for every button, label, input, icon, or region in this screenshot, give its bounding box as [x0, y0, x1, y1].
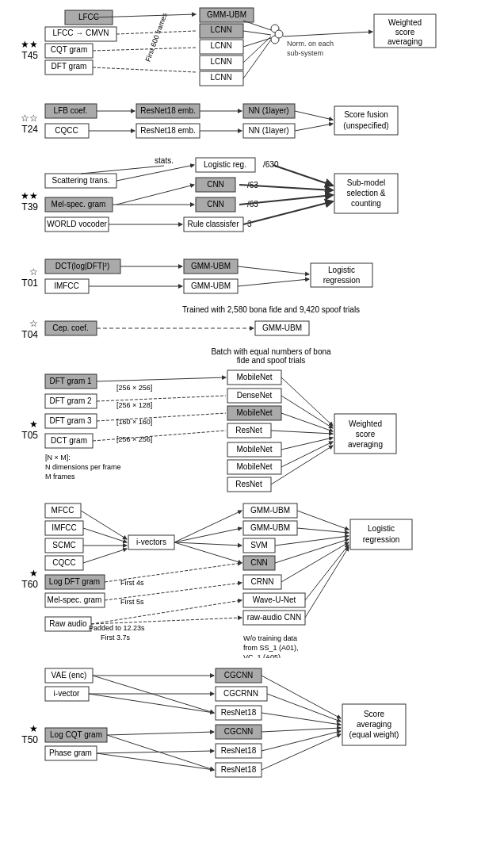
svg-line-148	[281, 377, 333, 426]
svg-line-212	[305, 545, 349, 600]
flow-T60: MFCC IMFCC SCMC CQCC Log DFT gram Mel-sp…	[41, 500, 501, 658]
star-label-T05: ★ T05	[3, 419, 41, 441]
svg-line-149	[281, 396, 333, 428]
star-label-T39: ★★ T39	[3, 190, 41, 212]
svg-line-33	[243, 31, 271, 35]
svg-text:averaging: averaging	[348, 440, 383, 449]
svg-text:[256 × 128]: [256 × 128]	[116, 401, 152, 409]
svg-line-242	[107, 732, 214, 735]
svg-text:ResNet: ResNet	[235, 426, 262, 435]
star-label-T50: ★ T50	[3, 723, 41, 745]
svg-text:i-vector: i-vector	[54, 689, 80, 698]
svg-text:Wave-U-Net: Wave-U-Net	[253, 595, 296, 604]
svg-text:averaging: averaging	[357, 720, 391, 729]
svg-text:ResNet18: ResNet18	[221, 708, 257, 717]
svg-line-213	[305, 547, 349, 618]
svg-text:VAE (enc): VAE (enc)	[52, 671, 87, 680]
svg-text:SVM: SVM	[250, 541, 268, 549]
svg-text:CQCC: CQCC	[55, 126, 78, 135]
svg-text:LFB coef.: LFB coef.	[54, 106, 88, 115]
svg-text:sub-system: sub-system	[287, 49, 323, 57]
svg-text:DFT gram 1: DFT gram 1	[49, 377, 92, 385]
svg-text:from SS_1 (A01),: from SS_1 (A01),	[243, 644, 299, 652]
flow-T39: Scattering trans. Mel-spec. gram WORLD v…	[41, 154, 501, 249]
svg-line-84	[116, 185, 194, 205]
section-T05: Batch with equal numbers of bonafide and…	[3, 347, 501, 493]
svg-text:Cep. coef.: Cep. coef.	[52, 324, 89, 332]
svg-text:GMM-UBM: GMM-UBM	[262, 324, 302, 332]
svg-text:MFCC: MFCC	[52, 506, 74, 515]
svg-text:CQCC: CQCC	[52, 558, 75, 567]
svg-line-37	[283, 32, 372, 36]
flow-T24: LFB coef. CQCC ResNet18 emb. ResNet18 em…	[41, 100, 501, 147]
svg-text:(unspecified): (unspecified)	[343, 121, 388, 130]
svg-line-147	[93, 431, 226, 441]
svg-line-21	[93, 48, 196, 51]
svg-text:Padded to 12.23s: Padded to 12.23s	[89, 624, 145, 632]
svg-line-203	[105, 563, 242, 582]
svg-line-198	[83, 549, 127, 563]
svg-line-66	[81, 166, 164, 174]
svg-text:ResNet18: ResNet18	[221, 765, 257, 774]
flow-T50: VAE (enc) i-vector Log CQT gram Phase gr…	[41, 664, 501, 803]
svg-text:DCT(log|DFT|²): DCT(log|DFT|²)	[55, 262, 110, 270]
svg-text:WORLD vocoder: WORLD vocoder	[47, 220, 107, 228]
svg-text:ResNet18: ResNet18	[221, 746, 257, 755]
svg-text:Log CQT gram: Log CQT gram	[50, 730, 102, 739]
star-label-T24: ☆☆ T24	[3, 113, 41, 135]
svg-text:IMFCC: IMFCC	[52, 523, 77, 532]
svg-text:Logistic: Logistic	[328, 266, 355, 274]
svg-text:CNN: CNN	[207, 200, 224, 209]
svg-T04: Cep. coef. GMM-UBM	[41, 317, 501, 341]
svg-text:CGCRNN: CGCRNN	[223, 689, 258, 698]
flow-T05: DFT gram 1 DFT gram 2 DFT gram 3 DCT gra…	[41, 366, 501, 493]
svg-text:W/o training data: W/o training data	[243, 634, 297, 642]
svg-text:i-vectors: i-vectors	[136, 538, 166, 546]
svg-text:Logistic reg.: Logistic reg.	[204, 160, 246, 169]
svg-text:Norm. on each: Norm. on each	[287, 40, 334, 48]
svg-text:CQT gram: CQT gram	[51, 45, 88, 54]
T04-row: ☆ T04 Cep. coef. GMM-UBM	[3, 317, 501, 341]
svg-text:SCMC: SCMC	[52, 541, 75, 549]
svg-text:M frames: M frames	[45, 473, 75, 481]
svg-text:MobileNet: MobileNet	[236, 373, 272, 381]
svg-text:Score fusion: Score fusion	[344, 110, 388, 119]
svg-line-57	[295, 111, 333, 120]
svg-text:NN (1layer): NN (1layer)	[248, 126, 288, 135]
svg-text:Logistic: Logistic	[368, 524, 395, 533]
svg-text:LCNN: LCNN	[210, 41, 231, 50]
svg-text:GMM-UBM: GMM-UBM	[207, 10, 246, 19]
svg-text:ResNet18 emb.: ResNet18 emb.	[140, 106, 195, 115]
svg-text:GMM-UBM: GMM-UBM	[191, 281, 231, 290]
svg-text:raw-audio CNN: raw-audio CNN	[247, 613, 301, 622]
svg-line-241	[89, 694, 214, 713]
svg-text:MobileNet: MobileNet	[236, 408, 272, 417]
svg-T60: MFCC IMFCC SCMC CQCC Log DFT gram Mel-sp…	[41, 500, 501, 658]
svg-text:score: score	[395, 28, 415, 36]
section-T45: ★★ T45 LFCC LFCC → CMVN CQT gram DFT gra…	[3, 6, 501, 94]
svg-text:Log DFT gram: Log DFT gram	[49, 577, 100, 586]
svg-line-200	[174, 528, 242, 542]
svg-text:Raw audio: Raw audio	[49, 619, 87, 628]
star-label-T60: ★ T60	[3, 568, 41, 590]
flow-T04: Cep. coef. GMM-UBM	[41, 317, 501, 341]
svg-line-104	[238, 266, 309, 274]
svg-text:NN (1layer): NN (1layer)	[248, 106, 288, 115]
svg-text:DFT gram 3: DFT gram 3	[49, 416, 92, 425]
svg-text:Rule classisfer: Rule classisfer	[187, 220, 239, 228]
section-T24: ☆☆ T24 LFB coef. CQCC ResNet18 emb.	[3, 100, 501, 147]
svg-text:DenseNet: DenseNet	[237, 391, 273, 400]
svg-T39: Scattering trans. Mel-spec. gram WORLD v…	[41, 154, 501, 249]
svg-text:LFCC → CMVN: LFCC → CMVN	[52, 29, 109, 37]
svg-text:First 600 frames: First 600 frames	[143, 11, 169, 63]
svg-line-151	[271, 431, 333, 434]
star-label-T04: ☆ T04	[3, 318, 41, 340]
svg-line-248	[262, 713, 341, 725]
svg-line-152	[281, 438, 333, 450]
svg-text:Mel-spec. gram: Mel-spec. gram	[52, 200, 106, 209]
svg-text:Score: Score	[364, 710, 385, 718]
svg-text:score: score	[356, 430, 376, 438]
svg-text:[160 × 160]: [160 × 160]	[116, 418, 152, 426]
svg-T45: LFCC LFCC → CMVN CQT gram DFT gram GMM-U…	[41, 6, 501, 94]
svg-T50: VAE (enc) i-vector Log CQT gram Phase gr…	[41, 664, 501, 803]
